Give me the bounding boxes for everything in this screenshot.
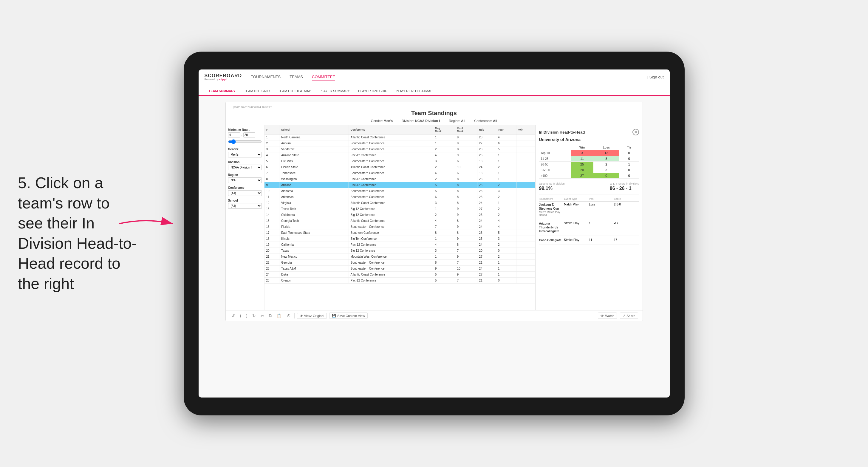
cell-reg-rank: 3 <box>433 158 455 164</box>
tab-player-h2h-grid[interactable]: PLAYER H2H GRID <box>354 87 392 96</box>
cell-tour: 2 <box>496 194 516 200</box>
h2h-grid: Win Loss Tie Top 10 3 13 0 11-25 11 8 0 … <box>539 145 639 179</box>
tab-player-h2h-heatmap[interactable]: PLAYER H2H HEATMAP <box>392 87 437 96</box>
cell-conference: Pac-12 Conference <box>348 278 433 284</box>
conference-filter-label: Conference: All <box>474 119 497 123</box>
nav-teams[interactable]: TEAMS <box>289 73 303 81</box>
table-row[interactable]: 9 Arizona Pac-12 Conference 5 8 23 2 <box>265 182 535 188</box>
cell-tour: 1 <box>496 266 516 272</box>
cell-reg-rank: 6 <box>433 194 455 200</box>
cell-win <box>517 260 535 266</box>
view-original-button[interactable]: 👁 View: Original <box>297 313 327 319</box>
cell-win <box>517 141 535 147</box>
table-row[interactable]: 5 Ole Miss Southeastern Conference 3 6 1… <box>265 158 535 164</box>
table-row[interactable]: 10 Alabama Southeastern Conference 5 8 2… <box>265 188 535 194</box>
table-row[interactable]: 24 Duke Atlantic Coast Conference 5 9 27… <box>265 272 535 278</box>
table-row[interactable]: 21 New Mexico Mountain West Conference 1… <box>265 254 535 260</box>
min-rounds-slider[interactable] <box>228 139 262 144</box>
conference-select[interactable]: (All) ACC SEC <box>228 190 262 196</box>
division-select[interactable]: NCAA Division I NCAA Division II <box>228 165 262 170</box>
cell-tour: 4 <box>496 224 516 230</box>
redo-button[interactable]: ↻ <box>251 313 257 319</box>
table-row[interactable]: 7 Tennessee Southeastern Conference 4 6 … <box>265 170 535 176</box>
cell-win <box>517 236 535 242</box>
cell-conf-rank: 8 <box>455 182 477 188</box>
table-row[interactable]: 2 Auburn Southeastern Conference 1 9 27 … <box>265 141 535 147</box>
step-fwd-button[interactable]: ⟩ <box>245 313 249 319</box>
tournament-col-type: Event Type <box>564 197 589 200</box>
table-row[interactable]: 19 California Pac-12 Conference 4 8 24 2 <box>265 242 535 248</box>
tournament-pos: 1 <box>589 222 614 233</box>
paste-button[interactable]: 📋 <box>276 313 283 319</box>
tab-team-h2h-heatmap[interactable]: TEAM H2H HEATMAP <box>274 87 315 96</box>
cell-school: Illinois <box>279 236 348 242</box>
table-row[interactable]: 8 Washington Pac-12 Conference 2 8 23 1 <box>265 176 535 182</box>
table-row[interactable]: 12 Virginia Atlantic Coast Conference 3 … <box>265 200 535 206</box>
nav-committee[interactable]: COMMITTEE <box>312 73 335 81</box>
bottom-toolbar: ↺ ⟨ ⟩ ↻ ✂ ⧉ 📋 ⏱ 👁 View: Original <box>226 310 643 321</box>
table-row[interactable]: 1 North Carolina Atlantic Coast Conferen… <box>265 134 535 141</box>
cell-conference: Atlantic Coast Conference <box>348 272 433 278</box>
cell-conference: Big 12 Conference <box>348 212 433 218</box>
cell-conference: Big 12 Conference <box>348 206 433 212</box>
cell-tour: 1 <box>496 170 516 176</box>
table-row[interactable]: 14 Oklahoma Big 12 Conference 2 9 26 2 <box>265 212 535 218</box>
tab-team-summary[interactable]: TEAM SUMMARY <box>205 87 240 96</box>
nav-tournaments[interactable]: TOURNAMENTS <box>251 73 281 81</box>
watch-button[interactable]: 👁 Watch <box>598 313 617 319</box>
school-select[interactable]: (All) <box>228 203 262 209</box>
cell-conference: Southeastern Conference <box>348 188 433 194</box>
table-row[interactable]: 22 Georgia Southeastern Conference 8 7 2… <box>265 260 535 266</box>
cell-tour: 1 <box>496 200 516 206</box>
table-row[interactable]: 25 Oregon Pac-12 Conference 5 7 21 0 <box>265 278 535 284</box>
min-rounds-max-input[interactable] <box>243 132 255 137</box>
tab-team-h2h-grid[interactable]: TEAM H2H GRID <box>240 87 274 96</box>
cell-rds: 23 <box>477 134 496 141</box>
copy-button[interactable]: ⧉ <box>268 313 273 319</box>
step-back-button[interactable]: ⟨ <box>239 313 242 319</box>
h2h-stats-row: Opponents in division: 99.1% W-L-T recor… <box>539 182 639 194</box>
cell-win <box>517 242 535 248</box>
table-row[interactable]: 18 Illinois Big Ten Conference 1 9 25 3 <box>265 236 535 242</box>
gender-filter-label: Gender <box>228 148 262 151</box>
h2h-title: In Division Head-to-Head <box>539 130 585 134</box>
cell-tour: 2 <box>496 164 516 170</box>
cell-conf-rank: 9 <box>455 212 477 218</box>
wlt-value: 86 - 26 - 1 <box>610 186 639 191</box>
table-row[interactable]: 11 Arkansas Southeastern Conference 6 8 … <box>265 194 535 200</box>
tab-player-summary[interactable]: PLAYER SUMMARY <box>315 87 354 96</box>
table-row[interactable]: 4 Arizona State Pac-12 Conference 4 9 26… <box>265 152 535 158</box>
cell-school: Arizona <box>279 182 348 188</box>
table-row[interactable]: 17 East Tennessee State Southern Confere… <box>265 230 535 236</box>
h2h-close-button[interactable]: ✕ <box>632 129 639 135</box>
logo-subtitle: Powered by clippd <box>205 78 242 81</box>
undo-button[interactable]: ↺ <box>230 313 236 319</box>
cell-win <box>517 158 535 164</box>
table-row[interactable]: 15 Georgia Tech Atlantic Coast Conferenc… <box>265 218 535 224</box>
table-row[interactable]: 13 Texas Tech Big 12 Conference 1 9 27 2 <box>265 206 535 212</box>
cell-tour: 2 <box>496 206 516 212</box>
gender-select[interactable]: Men's Women's <box>228 152 262 157</box>
cell-rds: 24 <box>477 200 496 206</box>
cell-rank: 3 <box>265 147 279 152</box>
cell-reg-rank: 8 <box>433 260 455 266</box>
cell-conference: Pac-12 Conference <box>348 176 433 182</box>
table-row[interactable]: 6 Florida State Atlantic Coast Conferenc… <box>265 164 535 170</box>
cell-conf-rank: 8 <box>455 147 477 152</box>
cell-school: Virginia <box>279 200 348 206</box>
cell-conf-rank: 9 <box>455 152 477 158</box>
school-filter-group: School (All) <box>228 199 262 209</box>
table-row[interactable]: 20 Texas Big 12 Conference 3 7 20 0 <box>265 248 535 254</box>
table-row[interactable]: 16 Florida Southeastern Conference 7 9 2… <box>265 224 535 230</box>
save-custom-view-button[interactable]: 💾 Save Custom View <box>329 313 368 319</box>
cell-win <box>517 254 535 260</box>
cut-button[interactable]: ✂ <box>259 313 266 319</box>
table-row[interactable]: 3 Vanderbilt Southeastern Conference 2 8… <box>265 147 535 152</box>
table-row[interactable]: 23 Texas A&M Southeastern Conference 9 1… <box>265 266 535 272</box>
share-button[interactable]: ↗ Share <box>620 313 638 319</box>
time-button[interactable]: ⏱ <box>285 313 292 319</box>
sign-out-button[interactable]: | Sign out <box>647 75 664 79</box>
cell-conference: Atlantic Coast Conference <box>348 200 433 206</box>
min-rounds-input[interactable] <box>228 132 240 137</box>
region-select[interactable]: N/A All <box>228 178 262 183</box>
